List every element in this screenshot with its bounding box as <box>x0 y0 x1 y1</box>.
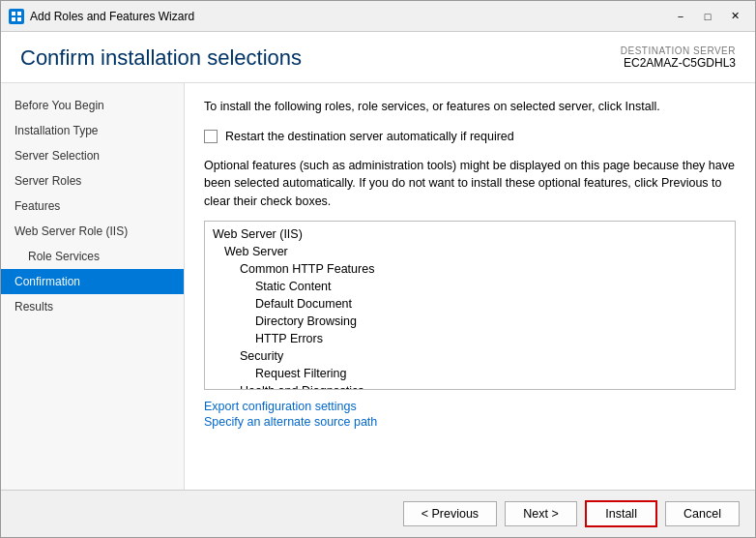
list-item: Default Document <box>205 295 735 313</box>
title-bar: Add Roles and Features Wizard − □ ✕ <box>1 1 755 32</box>
restart-checkbox[interactable] <box>204 130 218 143</box>
page-title: Confirm installation selections <box>20 45 302 71</box>
sidebar-item-features[interactable]: Features <box>1 194 184 219</box>
sidebar-item-server-roles[interactable]: Server Roles <box>1 168 184 194</box>
next-button[interactable]: Next > <box>505 501 577 526</box>
list-item: Web Server (IIS) <box>205 225 735 243</box>
svg-rect-2 <box>12 17 15 21</box>
sidebar-item-role-services[interactable]: Role Services <box>1 244 184 269</box>
destination-name: EC2AMAZ-C5GDHL3 <box>621 56 736 70</box>
svg-rect-3 <box>17 17 21 21</box>
alternate-source-link[interactable]: Specify an alternate source path <box>204 415 736 429</box>
export-config-link[interactable]: Export configuration settings <box>204 400 736 413</box>
minimize-button[interactable]: − <box>668 7 693 26</box>
list-item: Health and Diagnostics <box>205 382 735 390</box>
window-controls: − □ ✕ <box>668 7 747 26</box>
list-item: Static Content <box>205 278 735 295</box>
list-item: Directory Browsing <box>205 313 735 330</box>
restart-checkbox-row[interactable]: Restart the destination server automatic… <box>204 130 736 143</box>
previous-button[interactable]: < Previous <box>403 501 497 526</box>
content-area: To install the following roles, role ser… <box>185 83 755 490</box>
install-button[interactable]: Install <box>585 500 657 527</box>
sidebar-item-results[interactable]: Results <box>1 294 184 319</box>
svg-rect-1 <box>17 12 21 15</box>
links-area: Export configuration settings Specify an… <box>204 400 736 429</box>
features-list-wrapper: Web Server (IIS)Web ServerCommon HTTP Fe… <box>204 221 736 390</box>
svg-rect-0 <box>12 12 15 15</box>
features-list-box[interactable]: Web Server (IIS)Web ServerCommon HTTP Fe… <box>204 221 736 390</box>
sidebar-item-server-selection[interactable]: Server Selection <box>1 143 184 168</box>
list-item: Web Server <box>205 243 735 260</box>
destination-server-info: DESTINATION SERVER EC2AMAZ-C5GDHL3 <box>621 45 736 70</box>
list-item: Security <box>205 347 735 365</box>
destination-label: DESTINATION SERVER <box>621 45 736 56</box>
maximize-button[interactable]: □ <box>695 7 720 26</box>
main-content: Before You BeginInstallation TypeServer … <box>1 83 755 490</box>
close-button[interactable]: ✕ <box>722 7 747 26</box>
header: Confirm installation selections DESTINAT… <box>1 32 755 83</box>
window-title: Add Roles and Features Wizard <box>30 10 668 23</box>
sidebar-item-before-you-begin[interactable]: Before You Begin <box>1 93 184 118</box>
sidebar-item-confirmation[interactable]: Confirmation <box>1 269 184 294</box>
main-window: Add Roles and Features Wizard − □ ✕ Conf… <box>0 0 756 538</box>
list-item: Common HTTP Features <box>205 260 735 278</box>
optional-text: Optional features (such as administratio… <box>204 157 736 211</box>
sidebar-item-web-server-role[interactable]: Web Server Role (IIS) <box>1 219 184 244</box>
intro-text: To install the following roles, role ser… <box>204 99 736 116</box>
cancel-button[interactable]: Cancel <box>665 501 740 526</box>
footer: < Previous Next > Install Cancel <box>1 490 755 537</box>
list-item: Request Filtering <box>205 365 735 382</box>
list-item: HTTP Errors <box>205 330 735 347</box>
restart-label: Restart the destination server automatic… <box>225 130 514 143</box>
sidebar-item-installation-type[interactable]: Installation Type <box>1 118 184 143</box>
app-icon <box>9 9 24 24</box>
sidebar: Before You BeginInstallation TypeServer … <box>1 83 185 490</box>
